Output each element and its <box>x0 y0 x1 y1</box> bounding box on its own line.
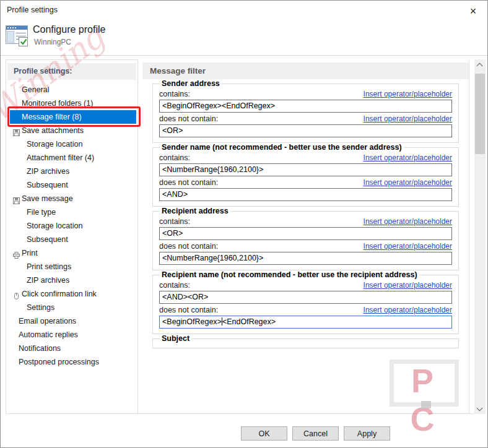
page-title: Configure profile <box>33 24 105 35</box>
insert-operator-link[interactable]: Insert operator/placeholder <box>364 242 452 251</box>
contains-input[interactable]: <OR> <box>159 227 452 240</box>
sidebar-list: GeneralMonitored folders (1)Message filt… <box>6 83 137 369</box>
insert-operator-link[interactable]: Insert operator/placeholder <box>364 217 452 226</box>
sidebar-item-automatic-replies[interactable]: Automatic replies <box>6 328 137 342</box>
close-icon[interactable]: × <box>466 4 481 19</box>
sidebar-item-subsequent[interactable]: Subsequent <box>6 178 137 192</box>
contains-input[interactable]: <BeginOfRegex><EndOfRegex> <box>159 100 452 113</box>
sidebar-item-click-confirmation-link[interactable]: Click confirmation link <box>6 287 137 301</box>
filter-group-2: Recipient addresscontains:Insert operato… <box>152 207 459 270</box>
scroll-down-icon[interactable] <box>475 403 485 414</box>
field-label: contains: <box>159 217 190 226</box>
dialog-buttons: OK Cancel Apply <box>241 426 390 441</box>
sidebar-item-save-message[interactable]: Save message <box>6 192 137 205</box>
content-bottom-divider <box>6 413 486 414</box>
insert-operator-link[interactable]: Insert operator/placeholder <box>364 114 452 123</box>
insert-operator-link[interactable]: Insert operator/placeholder <box>364 90 452 98</box>
sidebar-item-label: Print <box>22 249 38 257</box>
sidebar-item-save-attachments[interactable]: Save attachments <box>6 124 137 137</box>
sidebar-item-attachment-filter-4[interactable]: Attachment filter (4) <box>6 151 137 165</box>
sidebar-item-postponed-processings[interactable]: Postponed processings <box>6 355 137 369</box>
sidebar-item-print[interactable]: Print <box>6 246 137 260</box>
sidebar-item-label: Storage location <box>27 222 82 230</box>
ok-button[interactable]: OK <box>241 426 287 441</box>
field-label: contains: <box>159 281 190 290</box>
insert-operator-link[interactable]: Insert operator/placeholder <box>364 281 452 290</box>
insert-operator-link[interactable]: Insert operator/placeholder <box>364 153 452 162</box>
field-label: does not contain: <box>159 178 218 187</box>
field-label: does not contain: <box>159 306 218 314</box>
settings-nav-panel: Profile settings: GeneralMonitored folde… <box>6 59 138 414</box>
profile-settings-dialog: Profile settings × Configure profile Win… <box>0 0 488 448</box>
sidebar-item-email-operations[interactable]: Email operations <box>6 314 137 328</box>
does-not-contain-input[interactable]: <AND> <box>159 188 452 201</box>
field-label: contains: <box>159 90 190 98</box>
filter-group-title: Recipient name (not recommended - better… <box>160 270 419 279</box>
field-label: contains: <box>159 153 190 162</box>
window-title: Profile settings <box>7 6 58 14</box>
sidebar-item-label: Storage location <box>27 140 82 149</box>
header-divider <box>1 55 487 56</box>
sidebar-item-file-type[interactable]: File type <box>6 205 137 219</box>
field-label: does not contain: <box>159 242 218 251</box>
content-panel: Message filter Sender addresscontains:In… <box>142 59 469 414</box>
profile-name: WinningPC <box>34 38 71 46</box>
sidebar-item-storage-location[interactable]: Storage location <box>6 137 137 151</box>
sidebar-item-print-settings[interactable]: Print settings <box>6 260 137 274</box>
sidebar-item-label: ZIP archives <box>27 276 69 285</box>
does-not-contain-input[interactable]: <NumberRange{1960,2100}> <box>159 252 452 265</box>
does-not-contain-input[interactable]: <BeginOfRegex><EndOfRegex> <box>159 316 452 329</box>
insert-operator-link[interactable]: Insert operator/placeholder <box>364 306 452 314</box>
sidebar-item-label: Save message <box>22 194 73 203</box>
sidebar-item-notifications[interactable]: Notifications <box>6 342 137 355</box>
insert-operator-link[interactable]: Insert operator/placeholder <box>364 178 452 187</box>
sidebar-item-monitored-folders-1[interactable]: Monitored folders (1) <box>6 97 137 110</box>
printer-icon <box>13 249 20 256</box>
sidebar-item-zip-archives[interactable]: ZIP archives <box>6 165 137 178</box>
apply-button[interactable]: Apply <box>344 426 390 441</box>
field-label: does not contain: <box>159 114 218 123</box>
sidebar-item-label: Automatic replies <box>19 330 78 339</box>
save-icon <box>13 195 20 202</box>
filter-group-title: Sender name (not recommended - better us… <box>160 143 404 152</box>
contains-input[interactable]: <NumberRange{1960,2100}> <box>159 163 452 176</box>
sidebar-item-label: Postponed processings <box>19 358 99 366</box>
sidebar-item-storage-location[interactable]: Storage location <box>6 219 137 233</box>
sidebar-item-label: Click confirmation link <box>22 290 97 298</box>
filter-group-title: Sender address <box>160 79 222 88</box>
sidebar-item-subsequent[interactable]: Subsequent <box>6 233 137 246</box>
configure-profile-icon <box>6 25 29 50</box>
sidebar-item-label: Attachment filter (4) <box>27 153 94 162</box>
scrollbar-thumb[interactable] <box>475 74 485 154</box>
content-viewport: Message filter Sender addresscontains:In… <box>142 59 469 412</box>
sidebar-item-general[interactable]: General <box>6 83 137 97</box>
sidebar-item-label: ZIP archives <box>27 167 69 176</box>
sidebar-item-label: Settings <box>27 303 54 312</box>
filter-group-3: Recipient name (not recommended - better… <box>152 270 459 334</box>
sidebar-item-settings[interactable]: Settings <box>6 301 137 314</box>
sidebar-item-label: Save attachments <box>22 126 84 135</box>
sidebar-item-label: Monitored folders (1) <box>22 99 93 108</box>
sidebar-item-label: General <box>22 85 49 94</box>
filter-group-1: Sender name (not recommended - better us… <box>152 143 459 207</box>
filter-group-4: Subject <box>152 334 459 348</box>
filter-group-0: Sender addresscontains:Insert operator/p… <box>152 79 459 143</box>
mouse-icon <box>13 290 20 297</box>
sidebar-item-label: Subsequent <box>27 235 68 244</box>
contains-input[interactable]: <AND><OR> <box>159 291 452 304</box>
sidebar-item-label: File type <box>27 208 56 217</box>
save-icon <box>13 127 20 134</box>
vertical-scrollbar[interactable] <box>474 59 486 414</box>
sidebar-item-label: Subsequent <box>27 181 68 189</box>
does-not-contain-input[interactable]: <OR> <box>159 124 452 137</box>
sidebar-item-label: Email operations <box>19 317 76 325</box>
sidebar-title: Profile settings: <box>7 63 136 80</box>
scroll-up-icon[interactable] <box>475 59 485 70</box>
cancel-button[interactable]: Cancel <box>292 426 339 441</box>
filter-group-title: Subject <box>160 334 191 343</box>
sidebar-item-label: Notifications <box>19 344 61 353</box>
sidebar-item-zip-archives[interactable]: ZIP archives <box>6 274 137 287</box>
filter-group-title: Recipient address <box>160 207 230 215</box>
sidebar-item-label: Print settings <box>27 262 71 271</box>
sidebar-item-message-filter-8[interactable]: Message filter (8) <box>10 110 136 124</box>
